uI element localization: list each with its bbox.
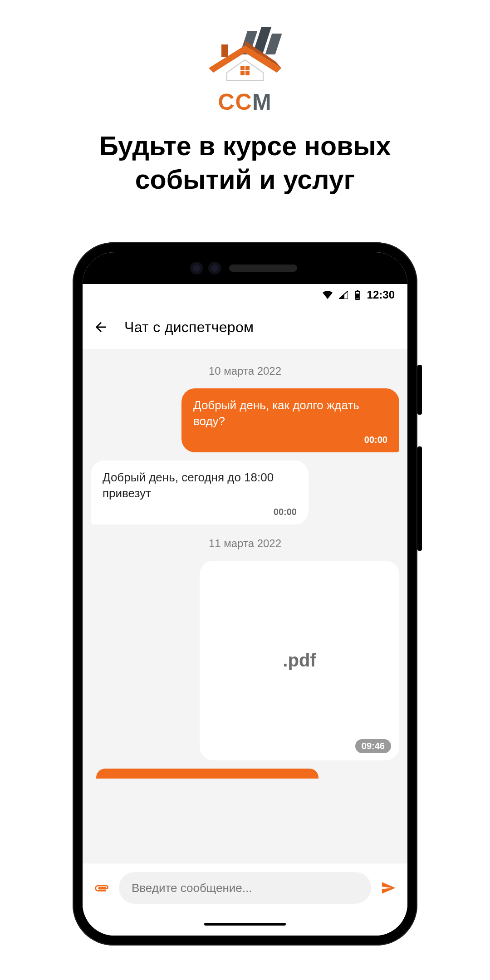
headline: Будьте в курсе новых событий и услуг	[99, 130, 391, 197]
app-header: Чат с диспетчером	[83, 306, 407, 349]
message-composer	[83, 863, 407, 913]
partial-message	[96, 769, 318, 779]
send-icon	[381, 880, 396, 896]
chat-title: Чат с диспетчером	[124, 319, 254, 336]
app-logo: ССМ	[200, 27, 290, 115]
battery-icon	[354, 290, 361, 300]
outgoing-message[interactable]: Добрый день, как долго ждать воду? 00:00	[181, 388, 399, 452]
date-separator: 11 марта 2022	[91, 537, 399, 550]
headline-line1: Будьте в курсе новых	[99, 130, 391, 163]
wifi-icon	[323, 291, 333, 299]
phone-frame: 12:30 Чат с диспетчером 10 марта 2022 До…	[73, 242, 417, 946]
logo-text: ССМ	[218, 89, 272, 115]
chat-messages[interactable]: 10 марта 2022 Добрый день, как долго жда…	[83, 349, 407, 863]
attachment-message[interactable]: .pdf 09:46	[200, 561, 399, 760]
svg-rect-11	[357, 290, 358, 291]
message-time: 09:46	[355, 739, 391, 753]
message-text: Добрый день, сегодня до 18:00 привезут	[103, 470, 297, 501]
send-button[interactable]	[377, 877, 399, 899]
message-input[interactable]	[119, 872, 371, 904]
headline-line2: событий и услуг	[99, 163, 391, 197]
status-bar: 12:30	[83, 284, 407, 306]
date-separator: 10 марта 2022	[91, 365, 399, 377]
phone-notch	[83, 252, 407, 284]
message-time: 00:00	[274, 506, 297, 518]
paperclip-icon	[94, 880, 109, 896]
cell-signal-icon	[339, 291, 348, 299]
message-time: 00:00	[364, 434, 387, 446]
incoming-message[interactable]: Добрый день, сегодня до 18:00 привезут 0…	[91, 461, 309, 524]
attach-button[interactable]	[91, 877, 113, 899]
back-button[interactable]	[87, 314, 114, 341]
arrow-left-icon	[93, 319, 108, 335]
svg-rect-5	[221, 44, 228, 57]
svg-rect-12	[356, 294, 359, 299]
gesture-nav	[83, 913, 407, 936]
house-icon	[200, 27, 290, 91]
file-extension: .pdf	[283, 650, 316, 671]
status-time: 12:30	[367, 289, 395, 301]
message-text: Добрый день, как долго ждать воду?	[193, 397, 387, 429]
